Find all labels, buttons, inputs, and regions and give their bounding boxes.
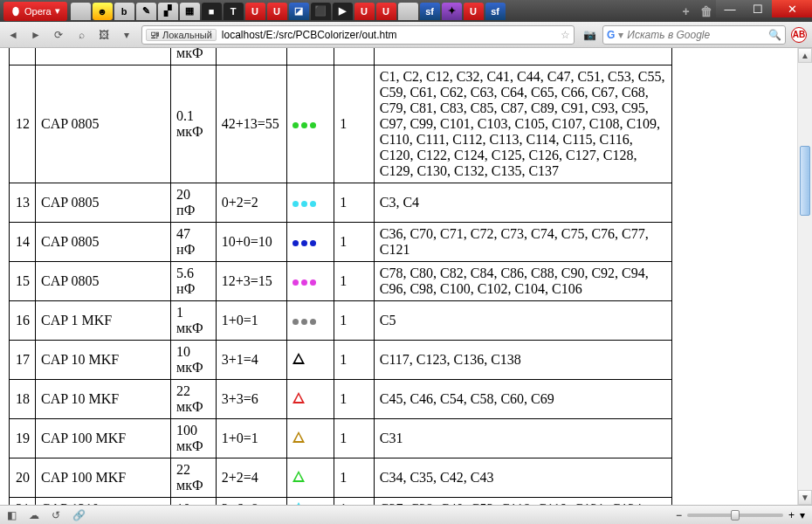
- zoom-in-icon[interactable]: +: [788, 509, 795, 521]
- part-value: 10 мкФ: [171, 341, 217, 380]
- zoom-dropdown-icon[interactable]: ▾: [800, 509, 805, 521]
- part-qty: 1: [334, 66, 374, 183]
- part-marker: [287, 380, 334, 419]
- browser-tab[interactable]: U: [376, 3, 396, 20]
- row-index: 14: [10, 223, 36, 262]
- browser-tab[interactable]: sf: [485, 3, 506, 20]
- browser-tab[interactable]: ✎: [136, 3, 156, 20]
- new-tab-button[interactable]: +: [676, 3, 696, 20]
- part-marker: [287, 419, 334, 458]
- minimize-button[interactable]: —: [716, 0, 744, 17]
- zoom-out-icon[interactable]: −: [676, 509, 682, 521]
- scroll-thumb[interactable]: [800, 146, 810, 216]
- back-button[interactable]: ◄: [5, 27, 21, 43]
- browser-tab[interactable]: T: [224, 3, 244, 20]
- part-count: 2+2=4: [216, 458, 287, 498]
- zoom-control[interactable]: − + ▾: [676, 509, 805, 521]
- part-refs: C34, C35, C42, C43: [374, 458, 671, 498]
- triangle-icon: [292, 392, 305, 403]
- browser-tab[interactable]: ▦: [180, 3, 200, 20]
- browser-tab[interactable]: b: [114, 3, 134, 20]
- reload-button[interactable]: ⟳: [51, 27, 66, 43]
- chevron-down-icon[interactable]: ▾: [618, 29, 623, 41]
- browser-tab[interactable]: U: [354, 3, 375, 20]
- browser-tab[interactable]: ▶: [333, 3, 353, 20]
- part-name: CAP 10 MKF: [35, 341, 170, 380]
- part-value: 5.6 нФ: [171, 262, 217, 301]
- part-value: 20 пФ: [171, 183, 217, 223]
- table-row: 13CAP 080520 пФ0+2=21C3, C4: [10, 183, 672, 223]
- titlebar: Opera ▾ ☻b✎▞▦■TUU◪⬛▶UUsf✦Usf + 🗑 — ☐ ✕: [0, 0, 812, 22]
- bookmark-star-icon[interactable]: ☆: [561, 29, 570, 41]
- part-marker: [287, 66, 334, 183]
- part-name: CAP 0805: [35, 183, 170, 223]
- browser-tab[interactable]: [71, 3, 91, 20]
- close-button[interactable]: ✕: [772, 0, 812, 17]
- zoom-thumb[interactable]: [731, 510, 740, 521]
- vertical-scrollbar[interactable]: ▲ ▼: [797, 48, 812, 505]
- search-box[interactable]: G ▾ 🔍: [602, 25, 786, 45]
- table-row: 19CAP 100 MKF100 мкФ1+0=11C31: [10, 419, 672, 458]
- camera-icon[interactable]: 📷: [581, 27, 597, 43]
- part-refs: C1, C2, C12, C32, C41, C44, C47, C51, C5…: [374, 66, 671, 183]
- part-refs: C36, C70, C71, C72, C73, C74, C75, C76, …: [374, 223, 671, 262]
- row-index: 17: [10, 341, 36, 380]
- part-name: CAP 1210: [35, 498, 170, 506]
- browser-tab[interactable]: sf: [420, 3, 440, 20]
- browser-tab[interactable]: ◪: [289, 3, 309, 20]
- part-marker: [287, 223, 334, 262]
- browser-tab[interactable]: ▞: [158, 3, 178, 20]
- part-refs: C117, C123, C136, C138: [374, 341, 671, 380]
- browser-tab[interactable]: [398, 3, 418, 20]
- cloud-icon[interactable]: ☁: [29, 509, 39, 521]
- key-icon[interactable]: ⌕: [73, 27, 89, 43]
- table-row: 14CAP 080547 нФ10+0=101C36, C70, C71, C7…: [10, 223, 672, 262]
- table-row: 16CAP 1 MKF1 мкФ1+0=11C5: [10, 301, 672, 341]
- forward-button[interactable]: ►: [28, 27, 44, 43]
- browser-tab[interactable]: ✦: [442, 3, 462, 20]
- link-icon[interactable]: 🔗: [72, 509, 86, 521]
- part-count: 12+3=15: [216, 262, 287, 301]
- search-icon[interactable]: 🔍: [768, 29, 781, 41]
- zoom-slider[interactable]: [687, 514, 783, 517]
- dots-icon: [292, 201, 316, 207]
- row-index: 13: [10, 183, 36, 223]
- row-index: 21: [10, 498, 36, 506]
- scroll-track[interactable]: [798, 63, 812, 490]
- status-bar: ◧ ☁ ↺ 🔗 − + ▾: [0, 505, 812, 524]
- dots-icon: [292, 319, 316, 325]
- part-refs: [374, 48, 671, 66]
- browser-tab[interactable]: ⬛: [311, 3, 331, 20]
- row-index: 16: [10, 301, 36, 341]
- opera-menu-button[interactable]: Opera ▾: [3, 2, 67, 21]
- table-row: 15CAP 08055.6 нФ12+3=151C78, C80, C82, C…: [10, 262, 672, 301]
- part-qty: [334, 48, 374, 66]
- trash-tabs-button[interactable]: 🗑: [696, 3, 716, 20]
- dropdown-icon[interactable]: ▾: [119, 27, 134, 43]
- browser-tab[interactable]: ■: [202, 3, 222, 20]
- maximize-button[interactable]: ☐: [744, 0, 772, 17]
- table-row: 12CAP 08050.1 мкФ42+13=551C1, C2, C12, C…: [10, 66, 672, 183]
- adblock-icon[interactable]: AB: [791, 27, 807, 43]
- panel-icon[interactable]: ◧: [7, 509, 17, 521]
- local-label: Локальный: [162, 30, 212, 40]
- computer-icon: 🖳: [150, 30, 160, 40]
- image-icon[interactable]: 🖾: [96, 27, 112, 43]
- part-qty: 1: [334, 498, 374, 506]
- google-icon: G: [607, 29, 615, 41]
- table-row: 17CAP 10 MKF10 мкФ3+1=41C117, C123, C136…: [10, 341, 672, 380]
- table-row: 21CAP 1210102+6=81C37, C38, C40, C52, C1…: [10, 498, 672, 506]
- address-bar[interactable]: 🖳 Локальный localhost/E:/src/PCBColorize…: [141, 25, 575, 45]
- scroll-up-button[interactable]: ▲: [798, 48, 812, 63]
- browser-tab[interactable]: ☻: [93, 3, 113, 20]
- scroll-down-button[interactable]: ▼: [798, 490, 812, 505]
- sync-icon[interactable]: ↺: [52, 509, 60, 521]
- dots-icon: [292, 240, 316, 246]
- browser-tab[interactable]: U: [464, 3, 484, 20]
- part-count: [216, 48, 287, 66]
- search-input[interactable]: [627, 29, 765, 41]
- part-qty: 1: [334, 341, 374, 380]
- browser-tab[interactable]: U: [245, 3, 265, 20]
- row-index: 18: [10, 380, 36, 419]
- browser-tab[interactable]: U: [267, 3, 287, 20]
